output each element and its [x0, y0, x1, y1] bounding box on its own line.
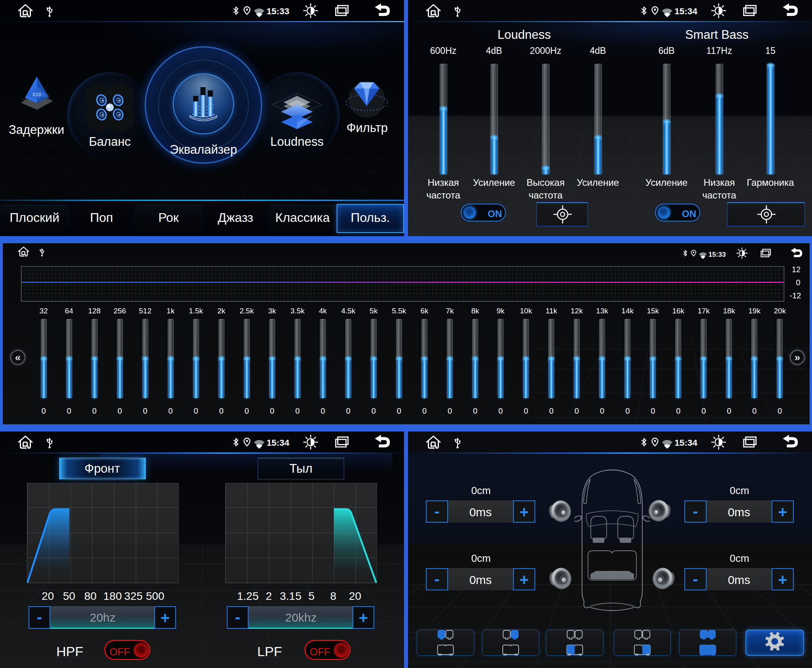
svg-text:15:34: 15:34 — [266, 438, 289, 448]
svg-text:010: 010 — [33, 92, 41, 97]
svg-text:15:33: 15:33 — [266, 6, 289, 16]
svg-text:15:33: 15:33 — [709, 251, 726, 258]
svg-text:15:34: 15:34 — [674, 6, 697, 16]
svg-text:101: 101 — [42, 93, 49, 98]
